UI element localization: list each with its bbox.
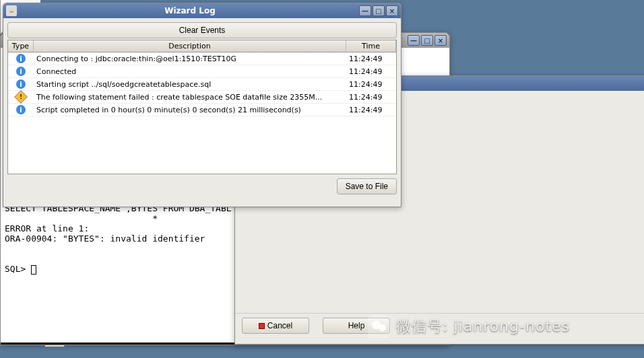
col-type[interactable]: Type: [8, 40, 34, 52]
cancel-button[interactable]: Cancel: [242, 318, 309, 334]
row-description: The following statement failed : create …: [34, 93, 346, 102]
row-time: 11:24:49: [346, 67, 396, 76]
wechat-icon: [368, 315, 391, 338]
table-row[interactable]: !The following statement failed : create…: [8, 91, 396, 104]
cursor-icon: [31, 265, 36, 275]
info-icon: i: [16, 54, 26, 63]
clear-events-button[interactable]: Clear Events: [7, 22, 397, 38]
maximize-button[interactable]: □: [373, 5, 385, 16]
java-icon: ☕: [6, 5, 17, 16]
row-time: 11:24:49: [346, 80, 396, 89]
close-button[interactable]: ×: [434, 35, 447, 46]
wizard-log-window[interactable]: ☕ Wizard Log — □ × Clear Events Type Des…: [3, 3, 401, 207]
svg-point-1: [379, 324, 386, 332]
info-icon: i: [16, 105, 26, 114]
row-description: Script completed in 0 hour(s) 0 minute(s…: [34, 106, 346, 114]
log-table-header: Type Description Time: [8, 40, 396, 52]
info-icon: i: [16, 79, 26, 89]
stop-icon: [259, 323, 265, 329]
minimize-button[interactable]: —: [408, 35, 420, 46]
warning-icon: !: [14, 90, 28, 104]
row-time: 11:24:49: [346, 93, 396, 102]
log-table: Type Description Time iConnecting to : j…: [7, 40, 397, 174]
close-button[interactable]: ×: [386, 5, 398, 16]
table-row[interactable]: iConnected11:24:49: [8, 65, 396, 78]
table-row[interactable]: iConnecting to : jdbc:oracle:thin:@oel1:…: [8, 52, 396, 65]
maximize-button[interactable]: □: [421, 35, 433, 46]
watermark: 微信号: jianrong-notes: [368, 315, 570, 338]
col-time[interactable]: Time: [346, 40, 396, 52]
wizard-log-titlebar[interactable]: ☕ Wizard Log — □ ×: [3, 3, 401, 18]
table-row[interactable]: iStarting script ../sql/soedgcreatetable…: [8, 78, 396, 91]
row-description: Starting script ../sql/soedgcreatetables…: [34, 80, 346, 89]
info-icon: i: [16, 67, 26, 76]
table-row[interactable]: iScript completed in 0 hour(s) 0 minute(…: [8, 104, 396, 116]
row-time: 11:24:49: [346, 55, 396, 63]
row-description: Connected: [34, 67, 346, 76]
row-time: 11:24:49: [346, 106, 396, 114]
save-to-file-button[interactable]: Save to File: [337, 178, 397, 194]
row-description: Connecting to : jdbc:oracle:thin:@oel1:1…: [34, 55, 346, 63]
col-desc[interactable]: Description: [34, 40, 346, 52]
wizard-log-title: Wizard Log: [21, 6, 359, 15]
minimize-button[interactable]: —: [359, 5, 371, 16]
